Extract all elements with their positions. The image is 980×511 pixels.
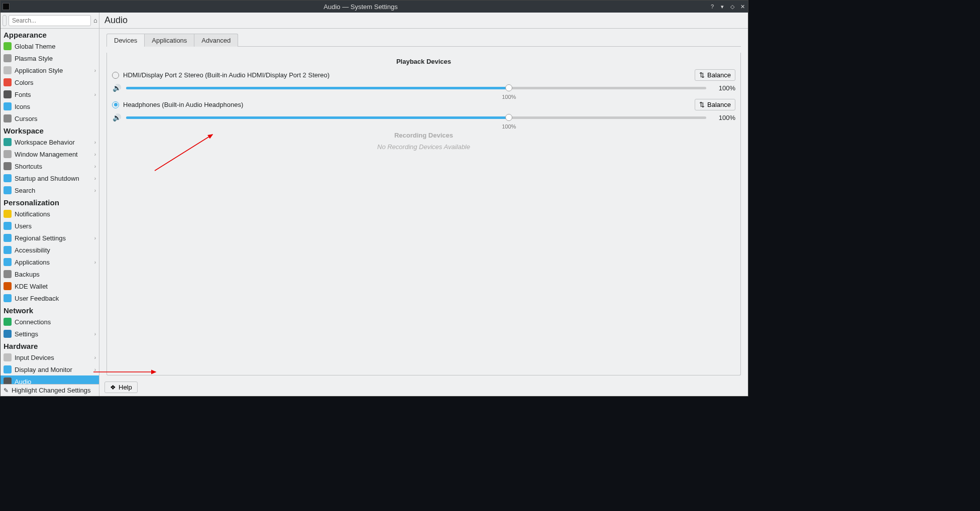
slider-thumb[interactable]: [505, 114, 512, 121]
sidebar-item-workspace-behavior[interactable]: Workspace Behavior›: [1, 136, 99, 148]
chevron-right-icon: ›: [94, 235, 96, 241]
sidebar-item-accessibility[interactable]: Accessibility: [1, 244, 99, 256]
sidebar-category-header: Personalization: [1, 196, 99, 208]
sidebar-item-icon: [4, 210, 12, 218]
close-icon[interactable]: ✕: [739, 3, 746, 10]
tab-advanced[interactable]: Advanced: [194, 34, 238, 47]
sidebar-item-icon: [4, 138, 12, 146]
sidebar-item-icon: [4, 353, 12, 361]
sidebar-item-settings[interactable]: Settings›: [1, 328, 99, 340]
volume-slider[interactable]: 100%: [126, 87, 706, 89]
sidebar-item-fonts[interactable]: Fonts›: [1, 88, 99, 100]
sidebar-item-icon: [4, 66, 12, 74]
playback-heading: Playback Devices: [112, 58, 735, 65]
sidebar-item-icon: [4, 318, 12, 326]
sidebar-item-audio[interactable]: Audio: [1, 375, 99, 384]
balance-button-label: Balance: [707, 71, 731, 79]
sidebar-item-icon: [4, 377, 12, 384]
sidebar-item-icon: [4, 258, 12, 266]
hamburger-menu-button[interactable]: [3, 15, 7, 26]
balance-button[interactable]: ⇅Balance: [695, 69, 735, 81]
sidebar-item-icon: [4, 150, 12, 158]
sidebar-item-shortcuts[interactable]: Shortcuts›: [1, 160, 99, 172]
sidebar-item-label: Window Management: [15, 151, 91, 158]
home-button[interactable]: ⌂: [93, 15, 98, 26]
maximize-icon[interactable]: ◇: [729, 3, 736, 10]
sidebar-item-label: Search: [15, 187, 91, 194]
sidebar-item-label: Notifications: [15, 210, 96, 218]
tab-devices[interactable]: Devices: [106, 34, 145, 47]
sidebar-item-icon: [4, 78, 12, 86]
chevron-right-icon: ›: [94, 92, 96, 97]
volume-slider[interactable]: 100%: [126, 116, 706, 119]
sidebar-item-notifications[interactable]: Notifications: [1, 208, 99, 220]
slider-mark-label: 100%: [502, 94, 516, 100]
chevron-right-icon: ›: [94, 164, 96, 169]
sidebar-item-search[interactable]: Search›: [1, 184, 99, 196]
balance-button[interactable]: ⇅Balance: [695, 99, 735, 110]
sidebar-item-backups[interactable]: Backups: [1, 268, 99, 280]
chevron-right-icon: ›: [94, 188, 96, 193]
minimize-icon[interactable]: ▾: [719, 3, 726, 10]
sidebar-item-regional-settings[interactable]: Regional Settings›: [1, 232, 99, 244]
sidebar-item-plasma-style[interactable]: Plasma Style: [1, 52, 99, 64]
sidebar-item-startup-and-shutdown[interactable]: Startup and Shutdown›: [1, 172, 99, 184]
slider-thumb[interactable]: [505, 84, 512, 91]
sidebar-item-cursors[interactable]: Cursors: [1, 112, 99, 124]
default-device-radio[interactable]: [112, 72, 119, 79]
sidebar-item-label: Settings: [15, 330, 91, 338]
sidebar-category-header: Hardware: [1, 340, 99, 351]
chevron-right-icon: ›: [94, 367, 96, 372]
sidebar-item-icon: [4, 282, 12, 290]
help-button-label: Help: [119, 384, 132, 391]
search-input[interactable]: [9, 15, 91, 26]
device-label: HDMI/Display Port 2 Stereo (Built-in Aud…: [123, 71, 691, 79]
sidebar-item-window-management[interactable]: Window Management›: [1, 148, 99, 160]
sidebar-item-input-devices[interactable]: Input Devices›: [1, 351, 99, 363]
mute-button[interactable]: 🔊: [112, 84, 121, 92]
help-button[interactable]: ❖ Help: [104, 381, 138, 393]
sidebar-item-icon: [4, 330, 12, 338]
playback-device: HDMI/Display Port 2 Stereo (Built-in Aud…: [112, 69, 735, 92]
tab-applications[interactable]: Applications: [145, 34, 194, 47]
main-area: Audio DevicesApplicationsAdvanced Playba…: [99, 13, 748, 396]
sidebar-item-icon: [4, 270, 12, 278]
sidebar-item-user-feedback[interactable]: User Feedback: [1, 292, 99, 304]
chevron-right-icon: ›: [94, 331, 96, 337]
sidebar-item-icon: [4, 294, 12, 302]
sidebar-item-icon: [4, 186, 12, 194]
sidebar-item-icon: [4, 365, 12, 373]
mute-button[interactable]: 🔊: [112, 113, 121, 121]
sidebar-item-icon: [4, 102, 12, 110]
sidebar: ⌂ AppearanceGlobal ThemePlasma StyleAppl…: [1, 13, 99, 396]
sidebar-item-applications[interactable]: Applications›: [1, 256, 99, 268]
sidebar-item-label: Backups: [15, 271, 96, 278]
sidebar-item-label: Workspace Behavior: [15, 139, 91, 146]
sidebar-item-label: User Feedback: [15, 295, 96, 302]
sidebar-item-application-style[interactable]: Application Style›: [1, 64, 99, 76]
sidebar-item-global-theme[interactable]: Global Theme: [1, 40, 99, 52]
titlebar: Audio — System Settings ? ▾ ◇ ✕: [1, 1, 748, 13]
sidebar-item-display-and-monitor[interactable]: Display and Monitor›: [1, 363, 99, 375]
slider-mark-label: 100%: [502, 123, 516, 130]
balance-icon: ⇅: [699, 71, 705, 79]
balance-icon: ⇅: [699, 101, 705, 108]
pencil-icon: ✎: [4, 387, 9, 394]
highlight-changed-toggle[interactable]: ✎ Highlight Changed Settings: [1, 384, 99, 396]
sidebar-item-colors[interactable]: Colors: [1, 76, 99, 88]
sidebar-item-connections[interactable]: Connections: [1, 316, 99, 328]
sidebar-item-icon: [4, 222, 12, 230]
help-titlebar-icon[interactable]: ?: [709, 3, 716, 10]
default-device-radio[interactable]: [112, 101, 119, 108]
sidebar-item-label: Connections: [15, 318, 96, 326]
sidebar-item-users[interactable]: Users: [1, 220, 99, 232]
sidebar-item-kde-wallet[interactable]: KDE Wallet: [1, 280, 99, 292]
sidebar-item-label: Accessibility: [15, 246, 96, 254]
sidebar-item-icon: [4, 234, 12, 242]
sidebar-item-label: Global Theme: [15, 43, 96, 50]
sidebar-item-icon: [4, 54, 12, 62]
page-header: Audio: [99, 13, 748, 29]
sidebar-item-label: Application Style: [15, 67, 91, 74]
sidebar-list[interactable]: AppearanceGlobal ThemePlasma StyleApplic…: [1, 29, 99, 384]
sidebar-item-icons[interactable]: Icons: [1, 100, 99, 112]
